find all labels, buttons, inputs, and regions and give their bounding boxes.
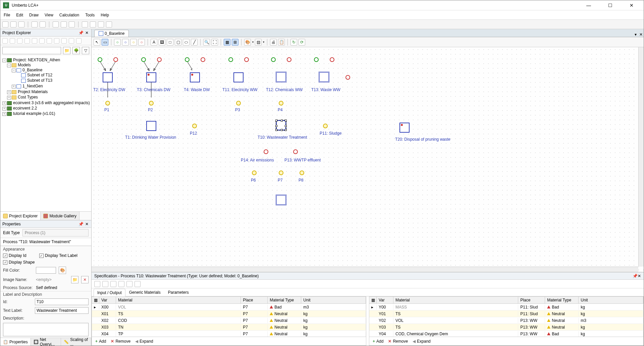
print-diag-icon[interactable]: 🖨 <box>270 39 277 46</box>
tree-project[interactable]: Project: NEXTGEN_Athen <box>13 58 60 62</box>
node-t13[interactable] <box>319 72 329 82</box>
circle-red-tool[interactable]: ○ <box>138 39 145 46</box>
output-port[interactable] <box>244 57 249 62</box>
input-port[interactable] <box>314 57 319 62</box>
tree-sub-t12[interactable]: Subnet of T12 <box>27 73 52 77</box>
tree-eco3[interactable]: ecoinvent 3 (v3.6 with aggregated impact… <box>13 100 90 105</box>
tree-sub-t13[interactable]: Subnet of T13 <box>27 78 52 83</box>
layout2-icon[interactable] <box>90 21 96 27</box>
table-row[interactable]: ▸X00VOLP7Badm3 <box>92 304 366 310</box>
table-row[interactable]: X02CODP7Neutralkg <box>92 317 366 324</box>
output-port[interactable] <box>157 57 162 62</box>
tab-module-gallery[interactable]: Module Gallery <box>41 212 79 220</box>
pin-icon[interactable]: 📌 <box>78 30 83 35</box>
add-button[interactable]: Add <box>95 339 106 344</box>
node-t3[interactable] <box>146 72 156 82</box>
spec-tool-3[interactable] <box>110 281 116 287</box>
node-t11[interactable] <box>233 72 244 82</box>
pe-tool-2[interactable] <box>10 38 15 44</box>
tab-net-overview[interactable]: 🔲Net Overvi... <box>31 338 61 346</box>
spec-tool-5[interactable] <box>126 281 132 287</box>
table-row[interactable]: X01TSP7Neutralkg <box>92 310 366 317</box>
circle-green-tool[interactable]: ○ <box>114 39 121 46</box>
spec-tab-params[interactable]: Parameters <box>164 288 193 296</box>
snap-icon[interactable]: ⊞ <box>232 39 238 46</box>
filter-icon[interactable]: ▽ <box>82 47 89 54</box>
col-unit[interactable]: Unit <box>301 297 366 303</box>
close-doc-icon[interactable]: ✕ <box>638 32 644 37</box>
col-material[interactable]: Material <box>393 297 518 303</box>
text-label-input[interactable] <box>35 307 89 314</box>
text-tool[interactable]: A <box>151 39 157 46</box>
remove-button[interactable]: Remove <box>388 339 408 344</box>
menu-tools[interactable]: Tools <box>85 13 95 17</box>
table-row[interactable]: X03TNP7Neutralkg <box>92 324 366 331</box>
print-icon[interactable] <box>98 21 104 27</box>
col-unit[interactable]: Unit <box>579 297 643 303</box>
rect-tool[interactable]: ▭ <box>102 39 108 46</box>
window-maximize[interactable]: ☐ <box>603 3 617 8</box>
node-t4[interactable] <box>190 72 200 82</box>
col-var[interactable]: Var <box>99 297 116 303</box>
col-var[interactable]: Var <box>377 297 393 303</box>
scrollbar-horizontal[interactable] <box>92 267 638 272</box>
ellipse-tool[interactable]: ⬭ <box>183 39 190 46</box>
line-tool[interactable]: ╱ <box>191 39 198 46</box>
open-icon[interactable] <box>10 21 16 27</box>
col-mtype[interactable]: Material Type <box>268 297 301 303</box>
col-place[interactable]: Place <box>518 297 545 303</box>
table-row[interactable]: Y03TSP13: WWNeutralkg <box>369 324 643 331</box>
pe-tool-1[interactable] <box>2 38 8 44</box>
refresh2-icon[interactable]: ⟳ <box>299 39 305 46</box>
col-selector[interactable]: ▦ <box>369 297 377 303</box>
image-clear-button[interactable]: ✕ <box>81 276 89 283</box>
col-place[interactable]: Place <box>241 297 268 303</box>
close-icon[interactable]: ✕ <box>638 274 641 278</box>
place-p3[interactable] <box>236 101 241 106</box>
scrollbar-vertical[interactable] <box>638 47 644 267</box>
place-p8[interactable] <box>300 170 304 175</box>
spec-tab-io[interactable]: Input / Output <box>94 289 125 296</box>
spec-tool-1[interactable] <box>94 281 100 287</box>
pe-tool-9[interactable] <box>61 38 67 44</box>
id-input[interactable] <box>35 298 89 305</box>
spec-tool-4[interactable] <box>118 281 124 287</box>
output-port[interactable] <box>287 57 291 62</box>
table-row[interactable]: X04TPP7Neutralkg <box>92 331 366 337</box>
table-row[interactable]: Y01TSP11: SludNeutralkg <box>369 310 643 317</box>
menu-view[interactable]: View <box>45 13 53 17</box>
place-p14[interactable] <box>264 149 268 154</box>
pin-icon[interactable]: 📌 <box>633 274 638 278</box>
pointer-tool[interactable]: ↖ <box>94 39 100 46</box>
remove-button[interactable]: Remove <box>111 339 130 344</box>
fill-color-swatch[interactable] <box>36 267 56 274</box>
place-p12[interactable] <box>192 124 197 128</box>
grid-icon[interactable]: ▦ <box>224 39 230 46</box>
tree-baseline[interactable]: 0_Baseline <box>22 68 42 72</box>
menu-file[interactable]: File <box>4 13 10 17</box>
pe-tool-11[interactable] <box>76 38 82 44</box>
edit-type-select[interactable]: Process (1) <box>22 229 89 236</box>
close-icon[interactable]: ✕ <box>85 222 89 226</box>
menu-calculation[interactable]: Calculation <box>59 13 79 17</box>
pin-icon[interactable]: 📌 <box>78 222 83 226</box>
palette-icon[interactable]: 🎨 <box>244 39 251 46</box>
table-row[interactable]: Y04COD, Chemical Oxygen DemP13: WWBadkg <box>369 331 643 337</box>
spec-tool-2[interactable] <box>102 281 108 287</box>
copy-diag-icon[interactable]: 📋 <box>278 39 285 46</box>
output-port[interactable] <box>113 57 118 62</box>
tree-nextgen[interactable]: 1_NextGen <box>22 84 43 88</box>
undo-icon[interactable] <box>32 21 38 27</box>
image-tool[interactable]: 🖼 <box>159 39 165 46</box>
input-port[interactable] <box>271 57 276 62</box>
cut-icon[interactable] <box>53 21 59 27</box>
close-icon[interactable]: ✕ <box>85 30 89 35</box>
place-p13[interactable] <box>293 149 298 154</box>
node-t12[interactable] <box>276 72 286 82</box>
box-tool[interactable]: □ <box>167 39 173 46</box>
tree-materials[interactable]: Project Materials <box>18 89 48 94</box>
export-icon[interactable] <box>106 21 112 27</box>
place-p4[interactable] <box>279 101 283 106</box>
copy-icon[interactable] <box>61 21 67 27</box>
new-icon[interactable] <box>2 21 8 27</box>
